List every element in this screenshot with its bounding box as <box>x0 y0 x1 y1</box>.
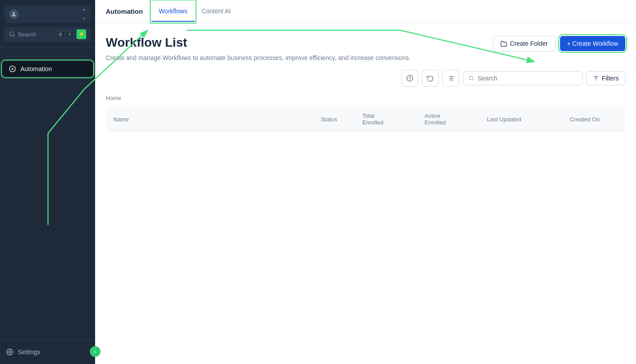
sidebar-nav: Automation <box>0 48 95 340</box>
sidebar-item-automation-label: Automation <box>20 65 52 72</box>
col-header-last-updated: Last Updated <box>480 107 563 132</box>
page-header-left: Workflow List Create and manage Workflow… <box>106 36 411 63</box>
col-header-name: Name <box>106 107 314 132</box>
account-icon <box>9 9 19 19</box>
filters-icon <box>593 75 599 81</box>
tab-content-ai-label: Content AI <box>202 8 231 15</box>
recent-icon <box>406 75 413 82</box>
search-input[interactable] <box>478 75 577 82</box>
sidebar-top: ⌃⌄ Search ⌘ K ⚡ <box>0 0 95 48</box>
svg-point-0 <box>13 12 15 14</box>
list-icon <box>447 75 454 82</box>
create-workflow-button[interactable]: + Create Workflow <box>560 36 625 51</box>
col-header-created-on: Created On <box>563 107 625 132</box>
page-title: Workflow List <box>106 36 411 50</box>
col-header-status: Status <box>314 107 355 132</box>
automation-icon <box>9 65 16 72</box>
kbd-cmd: ⌘ <box>56 31 65 38</box>
lightning-button[interactable]: ⚡ <box>76 29 86 39</box>
history-icon <box>427 75 434 82</box>
create-workflow-label: + Create Workflow <box>567 40 618 47</box>
svg-point-5 <box>9 351 11 353</box>
sidebar-collapse-button[interactable]: ‹ <box>90 346 100 357</box>
workflow-table: Name Status TotalEnrolled ActiveEnrolled… <box>106 107 625 287</box>
top-nav: Automation Workflows Content AI <box>95 0 636 23</box>
table-header-row: Name Status TotalEnrolled ActiveEnrolled… <box>106 107 625 132</box>
search-icon <box>9 31 15 37</box>
col-header-active-enrolled: ActiveEnrolled <box>417 107 480 132</box>
svg-line-2 <box>13 36 15 37</box>
search-box[interactable] <box>463 71 583 85</box>
kbd-k: K <box>66 31 74 38</box>
page-description: Create and manage Workflows to automate … <box>106 53 411 63</box>
recent-icon-button[interactable] <box>401 70 418 87</box>
search-icon <box>468 75 474 81</box>
svg-point-1 <box>10 32 14 36</box>
create-folder-label: Create Folder <box>510 40 548 47</box>
sidebar-item-automation[interactable]: Automation <box>3 61 92 76</box>
svg-line-14 <box>472 79 473 80</box>
account-selector[interactable]: ⌃⌄ <box>4 5 91 23</box>
folder-icon <box>500 40 507 47</box>
table-area: Home Name Status TotalEnrolled ActiveEnr… <box>95 93 636 364</box>
table-body <box>106 132 625 287</box>
filters-label: Filters <box>602 75 619 82</box>
col-header-total-enrolled: TotalEnrolled <box>355 107 417 132</box>
keyboard-shortcut-hint: ⌘ K <box>56 31 74 38</box>
create-folder-button[interactable]: Create Folder <box>493 36 556 52</box>
settings-icon <box>6 348 13 356</box>
toolbar: Filters <box>95 70 636 93</box>
table-header: Name Status TotalEnrolled ActiveEnrolled… <box>106 107 625 132</box>
sidebar-search-label: Search <box>18 31 53 38</box>
tab-workflows-label: Workflows <box>159 8 187 15</box>
svg-marker-4 <box>12 68 14 70</box>
sidebar-bottom: Settings <box>0 340 95 364</box>
page-header-actions: Create Folder + Create Workflow <box>493 36 625 52</box>
filters-button[interactable]: Filters <box>586 71 625 85</box>
history-icon-button[interactable] <box>422 70 439 87</box>
main-content: Automation Workflows Content AI Workflow… <box>95 0 636 364</box>
table-breadcrumb: Home <box>106 93 625 103</box>
tab-workflows[interactable]: Workflows <box>152 1 194 22</box>
chevron-up-down-icon: ⌃⌄ <box>82 8 86 20</box>
tab-content-ai[interactable]: Content AI <box>195 1 238 22</box>
sidebar: ⌃⌄ Search ⌘ K ⚡ Automation Settings ‹ <box>0 0 95 364</box>
settings-label: Settings <box>18 348 40 356</box>
sidebar-search[interactable]: Search ⌘ K ⚡ <box>4 27 91 42</box>
svg-point-13 <box>469 76 473 80</box>
breadcrumb: Automation <box>106 8 143 15</box>
sidebar-item-settings[interactable]: Settings <box>0 344 95 360</box>
page-header: Workflow List Create and manage Workflow… <box>95 23 636 70</box>
list-view-button[interactable] <box>442 70 459 87</box>
sidebar-divider <box>6 56 89 57</box>
